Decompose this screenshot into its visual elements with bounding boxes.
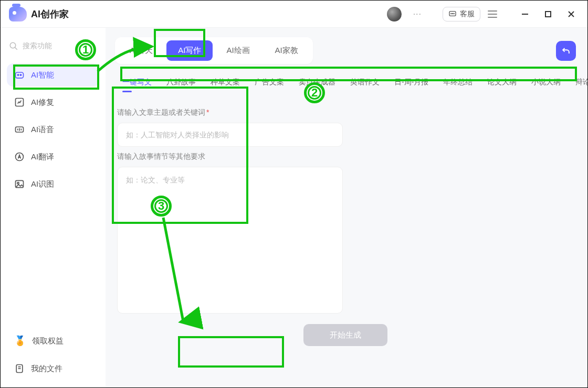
svg-point-12: [20, 74, 21, 76]
logo: AI创作家: [9, 7, 69, 21]
nav-item-ai-audio[interactable]: AI语音: [7, 118, 99, 141]
benefits-label: 领取权益: [32, 336, 64, 346]
undo-icon: [561, 46, 571, 56]
tab-ai-chat[interactable]: AI聊天: [118, 40, 164, 61]
avatar[interactable]: [387, 7, 402, 21]
sidebar-bottom: 🏅 领取权益 我的文件: [7, 330, 99, 379]
nav-item-ai-repair[interactable]: AI修复: [7, 91, 99, 114]
subtab-selling[interactable]: 卖点生成器: [291, 73, 343, 91]
more-icon[interactable]: ···: [413, 9, 422, 19]
maximize-button[interactable]: [540, 6, 556, 22]
undo-button[interactable]: [556, 41, 576, 61]
close-button[interactable]: [563, 6, 579, 22]
subtab-report[interactable]: 日-周-月报: [387, 73, 436, 91]
topic-input[interactable]: [117, 123, 343, 147]
subtab-summary[interactable]: 年终总结: [436, 73, 480, 91]
nav-item-ai-image[interactable]: AI识图: [7, 173, 99, 196]
tab-row: AI聊天 AI写作 AI绘画 AI家教: [115, 37, 576, 64]
subtab-novel[interactable]: 小说大纲: [524, 73, 568, 91]
sidebar: 搜索功能 AI智能 AI修复 AI语音 AI翻译 AI识图: [1, 28, 106, 387]
nav-label: AI翻译: [31, 152, 54, 162]
subtab-review[interactable]: 种草文案: [203, 73, 247, 91]
subtab-english[interactable]: 英语作文: [343, 73, 387, 91]
search-icon: [9, 41, 18, 51]
subtabs: 一键写文 八卦故事 种草文案 广告文案 卖点生成器 英语作文 日-周-月报 年终…: [115, 73, 576, 92]
menu-icon[interactable]: [488, 10, 497, 18]
nav-item-ai-translate[interactable]: AI翻译: [7, 145, 99, 168]
nav-label: AI修复: [31, 98, 54, 107]
app-header: AI创作家 ··· 客服: [1, 1, 587, 28]
subtab-debate[interactable]: 辩论稿: [568, 73, 587, 91]
svg-point-20: [17, 182, 19, 184]
svg-line-9: [15, 47, 17, 50]
nav-label: AI智能: [31, 70, 54, 80]
extra-label: 请输入故事情节等其他要求: [117, 152, 574, 161]
support-button[interactable]: 客服: [443, 7, 480, 21]
nav: AI智能 AI修复 AI语音 AI翻译 AI识图: [7, 63, 99, 196]
minimize-button[interactable]: [517, 6, 533, 22]
required-star: *: [206, 108, 209, 116]
write-form: 请输入文章主题或者关键词* 请输入故事情节等其他要求 开始生成: [115, 95, 576, 378]
my-files-link[interactable]: 我的文件: [7, 358, 99, 379]
subtab-outline[interactable]: 论文大纲: [480, 73, 524, 91]
ai-icon: [14, 70, 25, 80]
subtab-onekey[interactable]: 一键写文: [115, 73, 159, 91]
svg-point-1: [451, 13, 452, 14]
support-label: 客服: [460, 9, 475, 19]
medal-icon: 🏅: [14, 335, 26, 347]
subtab-gossip[interactable]: 八卦故事: [159, 73, 203, 91]
topic-label: 请输入文章主题或者关键词*: [117, 108, 574, 117]
generate-button[interactable]: 开始生成: [303, 324, 387, 346]
nav-item-ai-smart[interactable]: AI智能: [7, 63, 99, 87]
svg-rect-10: [16, 72, 24, 78]
app-logo-icon: [9, 7, 27, 21]
main-content: AI聊天 AI写作 AI绘画 AI家教 一键写文 八卦故事 种草文案 广告文案 …: [106, 28, 587, 387]
file-icon: [14, 363, 25, 374]
header-right: 客服: [443, 6, 579, 22]
svg-rect-5: [545, 12, 551, 17]
tab-ai-tutor[interactable]: AI家教: [264, 40, 310, 61]
svg-point-8: [10, 42, 16, 48]
my-files-label: 我的文件: [31, 364, 62, 374]
audio-icon: [14, 124, 25, 135]
svg-point-11: [17, 74, 18, 76]
image-icon: [14, 179, 25, 189]
app-title: AI创作家: [31, 8, 69, 20]
svg-point-3: [454, 13, 454, 14]
tab-ai-write[interactable]: AI写作: [166, 40, 213, 61]
translate-icon: [14, 152, 25, 162]
search-box[interactable]: 搜索功能: [7, 38, 99, 54]
nav-label: AI语音: [31, 125, 54, 135]
nav-label: AI识图: [31, 179, 54, 189]
chat-icon: [448, 10, 457, 18]
tab-ai-draw[interactable]: AI绘画: [215, 40, 261, 61]
extra-textarea[interactable]: [117, 167, 343, 314]
generate-label: 开始生成: [330, 330, 361, 340]
tabs: AI聊天 AI写作 AI绘画 AI家教: [115, 37, 313, 64]
benefits-link[interactable]: 🏅 领取权益: [7, 330, 99, 352]
svg-point-2: [452, 13, 453, 14]
subtab-ad[interactable]: 广告文案: [247, 73, 291, 91]
header-center: ···: [387, 7, 422, 21]
search-placeholder: 搜索功能: [23, 41, 52, 51]
repair-icon: [14, 97, 25, 107]
